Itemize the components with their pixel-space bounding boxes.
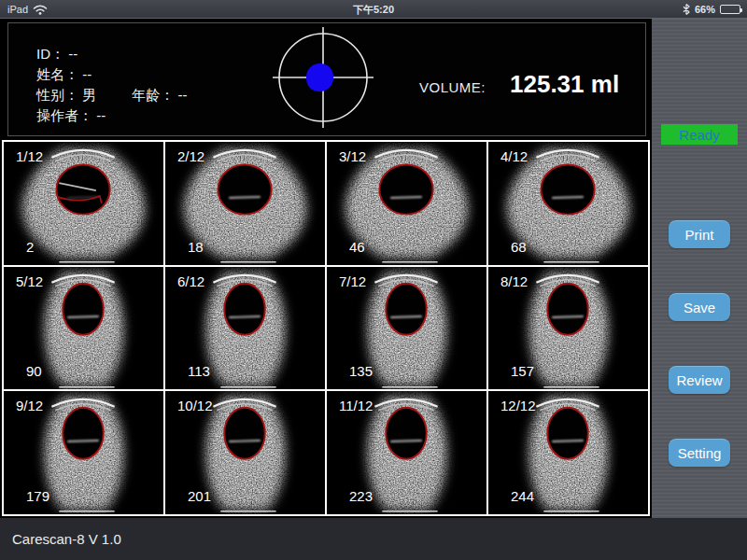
frame-index-label: 7/12 [339,273,366,289]
frame-depth-label: 46 [349,239,365,255]
frame-depth-label: 201 [188,488,211,504]
name-value: -- [82,66,92,82]
volume-label: VOLUME: [419,79,486,95]
frame-index-label: 8/12 [500,273,528,289]
time-label: 下午5:20 [353,3,394,17]
bladder-position-dot [306,63,333,91]
frame-index-label: 11/12 [339,398,373,413]
print-button[interactable]: Print [669,220,730,248]
ultrasound-frame[interactable]: 2/12 18 [165,142,325,265]
frame-depth-label: 18 [188,239,204,255]
operator-row: 操作者： -- [36,105,188,126]
main-content: ID： -- 姓名： -- 性别： 男 年龄： -- 操作者： -- [0,19,652,518]
age-label: 年龄： [132,87,174,103]
patient-info: ID： -- 姓名： -- 性别： 男 年龄： -- 操作者： -- [36,44,188,126]
ultrasound-frame[interactable]: 6/12 113 [165,267,325,390]
ultrasound-frame[interactable]: 11/12 223 [327,391,486,514]
frame-index-label: 9/12 [16,398,43,413]
frame-index-label: 1/12 [16,148,43,164]
thumbnail-grid: 1/12 2 2/12 18 [2,140,650,516]
status-bar: iPad 下午5:20 66% [0,0,747,19]
frame-depth-label: 157 [511,363,534,379]
ultrasound-frame[interactable]: 8/12 157 [488,267,648,390]
ultrasound-frame[interactable]: 4/12 68 [488,142,648,265]
clock: 下午5:20 [0,0,747,19]
frame-depth-label: 135 [349,363,373,379]
app-version-label: Carescan-8 V 1.0 [12,531,121,547]
patient-gender-age-row: 性别： 男 年龄： -- [36,85,188,105]
ultrasound-frame[interactable]: 12/12 244 [488,391,648,514]
frame-index-label: 2/12 [177,148,204,164]
bluetooth-icon [683,4,690,15]
setting-button[interactable]: Setting [669,439,730,467]
frame-depth-label: 2 [26,239,34,255]
battery-icon [720,5,740,14]
ultrasound-frame[interactable]: 7/12 135 [327,267,486,390]
battery-percent-label: 66% [695,4,715,15]
crosshair-target-icon [271,25,375,130]
frame-depth-label: 68 [511,239,527,255]
operator-value: -- [96,107,106,123]
volume-value: 125.31 ml [510,70,619,99]
review-button[interactable]: Review [669,366,730,394]
frame-depth-label: 223 [349,488,373,504]
frame-depth-label: 113 [188,363,210,379]
ultrasound-frame[interactable]: 1/12 2 [4,142,163,265]
ultrasound-frame[interactable]: 10/12 201 [165,391,325,514]
app-screen: iPad 下午5:20 66% ID： [0,0,747,560]
operator-label: 操作者： [36,107,92,123]
ultrasound-frame[interactable]: 5/12 90 [4,267,163,390]
frame-index-label: 6/12 [177,273,204,289]
status-bar-right: 66% [683,0,740,19]
footer-bar: Carescan-8 V 1.0 [0,518,747,560]
ultrasound-frame[interactable]: 3/12 46 [327,142,486,265]
volume-readout: VOLUME: 125.31 ml [419,70,619,99]
ready-status-indicator: Ready [661,124,738,145]
battery-nub [740,8,742,12]
frame-index-label: 4/12 [500,148,528,164]
id-label: ID： [36,46,64,62]
frame-depth-label: 244 [511,488,534,504]
frame-depth-label: 179 [26,488,49,504]
ultrasound-frame[interactable]: 9/12 179 [4,391,163,514]
gender-label: 性别： [36,87,78,103]
frame-index-label: 12/12 [500,398,536,413]
age-value: -- [178,87,188,103]
frame-index-label: 10/12 [177,398,213,413]
patient-name-row: 姓名： -- [36,64,188,85]
sidebar: Ready PrintSaveReviewSetting [652,19,747,518]
gender-value: 男 [82,87,96,103]
frame-depth-label: 90 [26,363,42,379]
exam-info-panel: ID： -- 姓名： -- 性别： 男 年龄： -- 操作者： -- [7,22,646,136]
frame-index-label: 5/12 [16,273,43,289]
frame-index-label: 3/12 [339,148,366,164]
name-label: 姓名： [36,66,78,82]
save-button[interactable]: Save [669,293,730,321]
patient-id-row: ID： -- [36,44,188,64]
id-value: -- [68,46,78,62]
